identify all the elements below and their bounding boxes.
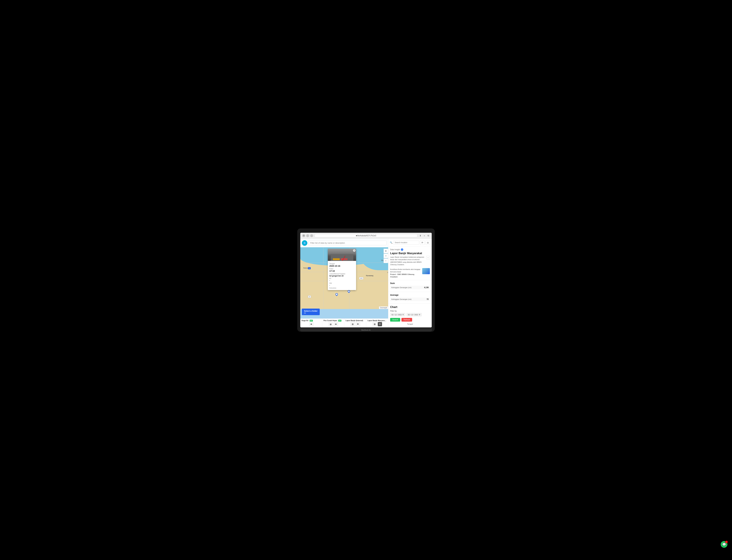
popup-car-2 [341,258,348,260]
layer-eye-btn-2[interactable]: 👁 [356,322,360,326]
date-to-value: 02 / 12 / 2022 [408,314,418,316]
popup-close-btn[interactable]: × [353,249,356,252]
pie-chart-container [390,326,430,327]
layer-card-title-0: Duga Air IoT [302,320,321,322]
date-from[interactable]: 02 / 12 / 2022 🗓 [390,313,405,316]
layer-eye-btn-1[interactable]: 👁 [334,322,338,326]
popup-body: Tanggal 2020-10-16 Pukul 17:10 Lokasi/Al… [328,261,356,290]
select-folder-sublabel: All [304,312,318,314]
map-header [300,239,388,247]
rw-value: - [329,284,355,286]
insight-project-row: Kontribusi Anda membantu aksi tanggap be… [390,268,430,278]
insight-header: Data Insight i [390,248,430,251]
map-controls: + − ↑ [383,249,388,263]
tabs-btn[interactable]: ⧉ [427,234,430,237]
contrib-text: Kontribusi Anda membantu aksi tanggap be… [390,268,421,273]
layer-eye-active-btn-3[interactable]: 👁 [378,322,382,326]
laptop-base: MacBook Air [300,328,432,332]
popup-image-scene [328,249,356,261]
project-label: Project : SWC BBWS Ciliwung Cisadane [390,273,421,278]
lokasi-value: tol grogol km 15 [329,275,355,277]
lokasi-label: Lokasi/Alamat Kejadian [329,273,355,275]
tanggal-label: Tanggal [329,263,355,265]
layer-card-title-2: Lapor Banjir (Internal) [346,320,365,321]
project-img-bg [422,268,430,274]
location-search-input[interactable] [393,241,419,245]
chart-section: Chart Filter by 02 / 12 / 2022 🗓 02 / 12… [388,304,432,327]
tanggal-value: 2020-10-16 [329,265,355,267]
svg-rect-1 [395,326,425,327]
date-to[interactable]: 02 / 12 / 2022 🗓 [406,313,421,316]
highway-badge-11: 11 [308,267,311,269]
rw-label: RW [329,282,355,284]
rt-value: - [329,280,355,282]
pukul-label: Pukul [329,268,355,270]
insight-text-block: Lapor Banjir merupakan kolaborasi pelapo… [390,256,425,267]
refresh-map-btn[interactable]: ⟳ [420,240,425,245]
chart-buttons: Search Refresh [390,318,430,322]
layer-card-actions-0: 👁 [302,322,321,326]
layer-table-btn-3[interactable]: ⊞ [372,322,377,326]
project-thumbnail [422,268,430,274]
pie-chart [395,326,425,327]
highway-badge-22: 22 [308,295,311,298]
layer-card-actions-1: ⊞ 👁 [324,322,343,326]
new-tab-btn[interactable]: + [423,234,426,237]
layer-card-0: Duga Air IoT 👁 [300,319,322,327]
map-marker-17[interactable] [335,293,339,296]
right-search-bar: 🔍 ⟳ ◎ [388,239,432,247]
info-badge: i [401,248,403,251]
chart-title: Chart [390,306,430,309]
average-title: Average [390,294,430,296]
layer-badge-0: IoT [310,320,313,322]
map-marker-18[interactable] [347,289,351,293]
url-bar[interactable]: ■/lite/kabalai/627c7fc2e3 [315,234,417,237]
map-zoom-in-btn[interactable]: + [383,249,388,253]
highway-badge-ah2: AH2 [359,277,364,280]
map-zoom-out-btn[interactable]: − [383,254,388,258]
laptop-screen: ⊞ ‹ › ■/lite/kabalai/627c7fc2e3 ⬆ + ⧉ [300,232,432,328]
layer-badge-1: IoT [338,320,342,322]
chart-refresh-btn[interactable]: Refresh [401,318,412,322]
sum-title: Sum [390,282,430,284]
layer-cards: Duga Air IoT 👁 Pos Curah Hujan IoT [300,319,388,327]
average-row: Ketinggian Genangan (cm) 72 [390,297,430,301]
data-filter-input[interactable] [309,241,386,245]
layer-card-1: Pos Curah Hujan IoT ⊞ 👁 [322,319,344,327]
date-from-icon: 🗓 [402,314,404,315]
browser-bar: ⊞ ‹ › ■/lite/kabalai/627c7fc2e3 ⬆ + ⧉ [300,233,432,239]
layer-table-btn-1[interactable]: ⊞ [329,322,333,326]
back-btn[interactable]: ‹ [306,234,309,237]
right-panel: 🔍 ⟳ ◎ Data Insight i Lapor Banjir Masyar… [388,239,432,327]
app-logo [302,240,307,246]
sidebar-toggle-btn[interactable]: ⊞ [302,234,305,237]
city-label-karawang: Karawang [366,275,373,276]
insight-contrib-block: Kontribusi Anda membantu aksi tanggap be… [390,268,421,278]
layer-card-actions-2: ⊞ 👁 [346,322,365,326]
date-to-icon: 🗓 [419,314,420,315]
select-folder-btn[interactable]: Select a folder All [302,309,320,315]
date-from-value: 02 / 12 / 2022 [391,314,402,316]
city-label-pamanukan: Pamanukan [387,272,388,273]
sum-value: 4,136 [424,286,428,289]
layer-table-btn-2[interactable]: ⊞ [351,322,355,326]
laptop-label: MacBook Air [361,329,371,331]
sum-row: Ketinggian Genangan (cm) 4,136 [390,286,430,289]
popup-image-road-scene [328,249,356,261]
map-popup: × Tanggal 2020-10-16 Pukul 17:10 Lokasi/… [328,249,356,290]
laptop-frame: ⊞ ‹ › ■/lite/kabalai/627c7fc2e3 ⬆ + ⧉ [297,228,435,332]
layer-card-actions-3: ⊞ 👁 [367,322,387,326]
map-road-v1 [323,247,324,309]
map-panel: Balaraja Cikarang Karawang Muara Pamanuk… [300,239,388,327]
avg-value: 72 [427,298,428,300]
map-north-btn[interactable]: ↑ [383,258,388,263]
forward-btn[interactable]: › [310,234,313,237]
share-btn[interactable]: ⬆ [419,234,422,237]
chart-search-btn[interactable]: Search [390,318,400,322]
select-folder-label: Select a folder [304,310,318,312]
popup-car-1 [333,258,340,260]
layer-eye-btn-0[interactable]: 👁 [309,322,314,326]
location-btn[interactable]: ◎ [425,240,430,245]
browser-actions: ⬆ + ⧉ [419,234,430,237]
insight-expand-btn[interactable]: › [426,256,430,260]
